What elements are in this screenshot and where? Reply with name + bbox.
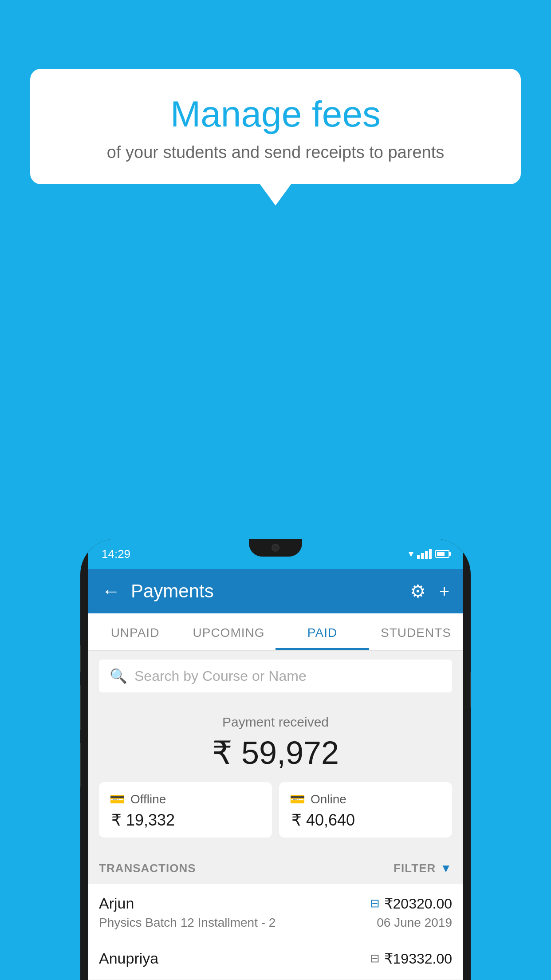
- student-name: Arjun: [99, 895, 134, 912]
- tab-unpaid[interactable]: UNPAID: [88, 613, 182, 650]
- online-card: 💳 Online ₹ 40,640: [279, 782, 452, 838]
- online-icon: 💳: [290, 792, 305, 806]
- payment-total-amount: ₹ 59,972: [99, 734, 452, 771]
- app-header: ← Payments ⚙ +: [88, 569, 463, 613]
- transactions-label: TRANSACTIONS: [99, 861, 196, 875]
- phone-notch: [249, 539, 302, 557]
- status-time: 14:29: [102, 547, 130, 561]
- transaction-date: 06 June 2019: [377, 916, 452, 930]
- transactions-header: TRANSACTIONS FILTER ▼: [88, 853, 463, 884]
- speech-bubble: Manage fees of your students and send re…: [30, 69, 521, 184]
- online-label: Online: [311, 792, 346, 806]
- back-button[interactable]: ←: [102, 581, 120, 602]
- payment-cards: 💳 Offline ₹ 19,332 💳 Online ₹ 40,640: [99, 782, 452, 838]
- app-title: Payments: [131, 581, 410, 602]
- add-icon[interactable]: +: [439, 581, 449, 601]
- search-input[interactable]: Search by Course or Name: [134, 668, 307, 684]
- phone-side-btn-left-bottom: [80, 685, 81, 730]
- filter-label: FILTER: [394, 861, 436, 875]
- filter-icon: ▼: [440, 861, 452, 875]
- phone-mockup: 14:29 ▾ ← Payments: [80, 539, 471, 980]
- transaction-row[interactable]: Anupriya ⊟ ₹19332.00: [88, 939, 463, 980]
- speech-bubble-title: Manage fees: [57, 93, 494, 135]
- battery-icon: [435, 550, 449, 558]
- student-name: Anupriya: [99, 950, 158, 967]
- signal-icon: [417, 549, 432, 559]
- header-actions: ⚙ +: [410, 581, 449, 601]
- transaction-amount: ₹19332.00: [384, 950, 452, 967]
- phone-side-btn-left-bottom2: [80, 743, 81, 787]
- offline-card-header: 💳 Offline: [110, 792, 166, 806]
- transaction-bottom: Physics Batch 12 Installment - 2 06 June…: [99, 916, 452, 930]
- transaction-top: Anupriya ⊟ ₹19332.00: [99, 950, 452, 967]
- tab-students[interactable]: STUDENTS: [369, 613, 463, 650]
- search-icon: 🔍: [110, 668, 127, 684]
- phone-camera: [272, 544, 279, 552]
- wifi-icon: ▾: [409, 548, 413, 560]
- transaction-amount-wrap: ⊟ ₹20320.00: [370, 895, 452, 912]
- app-screen: ← Payments ⚙ + UNPAID UPCOMING PAID: [88, 569, 463, 980]
- search-container: 🔍 Search by Course or Name: [88, 651, 463, 701]
- speech-bubble-container: Manage fees of your students and send re…: [30, 69, 521, 184]
- course-name: Physics Batch 12 Installment - 2: [99, 916, 276, 930]
- online-amount: ₹ 40,640: [290, 811, 355, 830]
- transaction-type-icon: ⊟: [370, 952, 380, 965]
- offline-amount: ₹ 19,332: [110, 811, 175, 830]
- offline-icon: 💳: [110, 792, 125, 806]
- tab-paid[interactable]: PAID: [276, 613, 369, 650]
- phone-side-btn-left-top: [80, 645, 81, 672]
- online-card-header: 💳 Online: [290, 792, 346, 806]
- status-icons: ▾: [409, 548, 449, 560]
- transaction-amount-wrap: ⊟ ₹19332.00: [370, 950, 452, 967]
- speech-bubble-subtitle: of your students and send receipts to pa…: [57, 143, 494, 162]
- search-bar[interactable]: 🔍 Search by Course or Name: [99, 660, 452, 692]
- offline-label: Offline: [130, 792, 166, 806]
- filter-button[interactable]: FILTER ▼: [394, 861, 452, 875]
- transaction-row[interactable]: Arjun ⊟ ₹20320.00 Physics Batch 12 Insta…: [88, 884, 463, 939]
- phone-side-btn-right: [470, 672, 471, 707]
- tab-upcoming[interactable]: UPCOMING: [182, 613, 276, 650]
- phone-outer: 14:29 ▾ ← Payments: [80, 539, 471, 980]
- tabs-bar: UNPAID UPCOMING PAID STUDENTS: [88, 613, 463, 651]
- status-bar: 14:29 ▾: [88, 539, 463, 569]
- payment-received-label: Payment received: [99, 715, 452, 730]
- offline-card: 💳 Offline ₹ 19,332: [99, 782, 272, 838]
- transaction-type-icon: ⊟: [370, 897, 380, 910]
- settings-icon[interactable]: ⚙: [410, 581, 426, 601]
- payment-summary: Payment received ₹ 59,972 💳 Offline ₹ 19…: [88, 701, 463, 853]
- transaction-amount: ₹20320.00: [384, 895, 452, 912]
- transaction-top: Arjun ⊟ ₹20320.00: [99, 895, 452, 912]
